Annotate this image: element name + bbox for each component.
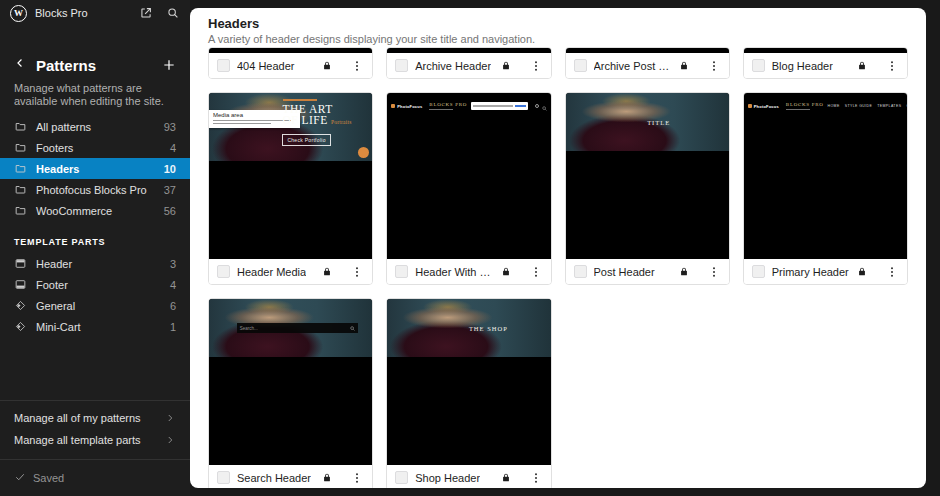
pattern-select-checkbox[interactable]: [752, 265, 765, 278]
sidebar-item-photofocus-blocks-pro[interactable]: Photofocus Blocks Pro37: [0, 179, 190, 200]
pattern-card-footer: Archive Header: [387, 53, 550, 78]
brand-logo-icon: [748, 104, 752, 108]
search-icon[interactable]: [166, 6, 180, 20]
sidebar-item-label: WooCommerce: [36, 205, 112, 217]
pattern-select-checkbox[interactable]: [752, 59, 765, 72]
pattern-preview[interactable]: THE SHOP: [387, 299, 550, 465]
pattern-name: 404 Header: [237, 60, 295, 72]
pattern-card-search-header: Search...Search Header: [208, 298, 373, 488]
patterns-title: Patterns: [36, 57, 96, 74]
view-site-external-link-icon[interactable]: [139, 6, 153, 20]
lock-icon: [322, 60, 332, 71]
back-chevron-icon[interactable]: [13, 56, 27, 74]
folder-icon: [14, 183, 27, 196]
pattern-card-footer: Header With Social Search: [387, 259, 550, 284]
pattern-select-checkbox[interactable]: [395, 471, 408, 484]
pattern-actions-button[interactable]: [529, 265, 543, 279]
sidebar-item-footer[interactable]: Footer4: [0, 274, 190, 295]
sidebar-item-woocommerce[interactable]: WooCommerce56: [0, 200, 190, 221]
page-title: Headers: [208, 17, 908, 30]
page-description: A variety of header designs displaying y…: [208, 33, 908, 45]
pattern-actions-button[interactable]: [529, 59, 543, 73]
manage-all-template-parts-link[interactable]: Manage all template parts: [0, 429, 190, 451]
pattern-preview[interactable]: Search...: [209, 299, 372, 465]
sidebar-item-label: All patterns: [36, 121, 91, 133]
pattern-select-checkbox[interactable]: [395, 59, 408, 72]
pattern-select-checkbox[interactable]: [217, 471, 230, 484]
pattern-actions-button[interactable]: [350, 265, 364, 279]
pattern-grid: 404 HeaderArchive HeaderArchive Post Hea…: [208, 47, 908, 488]
preview-search-bar: Search...: [237, 323, 358, 333]
preview-nav-menu: HOMESTYLE GUIDETEMPLATESCONTACT: [828, 97, 908, 115]
pattern-name: Archive Header: [415, 60, 491, 72]
pattern-select-checkbox[interactable]: [574, 265, 587, 278]
pattern-preview[interactable]: [566, 48, 729, 53]
pattern-actions-button[interactable]: [707, 265, 721, 279]
patterns-panel: Headers A variety of header designs disp…: [190, 8, 926, 488]
sidebar-item-label: Footer: [36, 279, 68, 291]
sidebar-item-label: Header: [36, 258, 72, 270]
sidebar-item-headers[interactable]: Headers10: [0, 158, 190, 179]
sidebar-item-general[interactable]: General6: [0, 295, 190, 316]
pattern-card-post-header: TITLEPost Header: [565, 92, 730, 285]
manage-links: Manage all of my patternsManage all temp…: [0, 401, 190, 459]
lock-icon: [857, 60, 867, 71]
wordpress-logo-icon[interactable]: W: [10, 5, 27, 22]
create-pattern-button[interactable]: [161, 57, 177, 73]
pattern-preview[interactable]: [387, 48, 550, 53]
pattern-card-blog-header: Blog Header: [743, 47, 908, 79]
header-part-icon: [14, 257, 27, 270]
pattern-card-footer: Primary Header: [744, 259, 907, 284]
lock-icon: [501, 60, 511, 71]
lock-icon: [322, 472, 332, 483]
footer-part-icon: [14, 278, 27, 291]
pattern-card-footer: Post Header: [566, 259, 729, 284]
pattern-actions-button[interactable]: [885, 59, 899, 73]
patterns-list: All patterns93Footers4Headers10Photofocu…: [0, 116, 190, 221]
pattern-preview[interactable]: PhotoFocusBLOCKS PRO: [387, 93, 550, 259]
pattern-card-footer: Blog Header: [744, 53, 907, 78]
pattern-actions-button[interactable]: [350, 59, 364, 73]
pattern-actions-button[interactable]: [350, 471, 364, 485]
check-portfolio-button: Check Portfolio: [282, 134, 330, 146]
save-status: Saved: [0, 460, 190, 496]
pattern-actions-button[interactable]: [529, 471, 543, 485]
pattern-card-shop-header: THE SHOPShop Header: [386, 298, 551, 488]
pattern-preview[interactable]: [744, 48, 907, 53]
pattern-card-footer: 404 Header: [209, 53, 372, 78]
sidebar-item-footers[interactable]: Footers4: [0, 137, 190, 158]
pattern-actions-button[interactable]: [885, 265, 899, 279]
pattern-preview-photo: THE SHOP: [387, 299, 550, 357]
pattern-select-checkbox[interactable]: [574, 59, 587, 72]
sidebar-item-all-patterns[interactable]: All patterns93: [0, 116, 190, 137]
pattern-name: Shop Header: [415, 472, 480, 484]
sidebar-item-mini-cart[interactable]: Mini-Cart1: [0, 316, 190, 337]
pattern-card-header-media: Media areaTHE ARTOF LIFE PortraitsCheck …: [208, 92, 373, 285]
pattern-card-primary-header: PhotoFocusBLOCKS PROHOMESTYLE GUIDETEMPL…: [743, 92, 908, 285]
pattern-preview[interactable]: PhotoFocusBLOCKS PROHOMESTYLE GUIDETEMPL…: [744, 93, 907, 259]
pattern-select-checkbox[interactable]: [395, 265, 408, 278]
sidebar-bottom: Manage all of my patternsManage all temp…: [0, 400, 190, 496]
sidebar-item-label: Footers: [36, 142, 73, 154]
pattern-actions-button[interactable]: [707, 59, 721, 73]
pattern-select-checkbox[interactable]: [217, 59, 230, 72]
manage-link-label: Manage all template parts: [14, 434, 141, 446]
pattern-preview[interactable]: TITLE: [566, 93, 729, 259]
sidebar-item-count: 4: [170, 279, 176, 291]
sidebar-item-header[interactable]: Header3: [0, 253, 190, 274]
save-status-label: Saved: [33, 472, 64, 484]
pattern-select-checkbox[interactable]: [217, 265, 230, 278]
sidebar-item-count: 1: [170, 321, 176, 333]
pattern-preview[interactable]: Media areaTHE ARTOF LIFE PortraitsCheck …: [209, 93, 372, 259]
manage-all-of-my-patterns-link[interactable]: Manage all of my patterns: [0, 407, 190, 429]
pattern-preview[interactable]: [209, 48, 372, 53]
pattern-preview-photo: Media areaTHE ARTOF LIFE PortraitsCheck …: [209, 93, 372, 161]
manage-link-label: Manage all of my patterns: [14, 412, 141, 424]
pattern-card-404-header: 404 Header: [208, 47, 373, 79]
pattern-card-footer: Archive Post Header: [566, 53, 729, 78]
lock-icon: [501, 472, 511, 483]
check-icon: [14, 471, 26, 485]
sidebar-item-label: Photofocus Blocks Pro: [36, 184, 147, 196]
search-icon: [350, 326, 355, 331]
lock-icon: [322, 266, 332, 277]
